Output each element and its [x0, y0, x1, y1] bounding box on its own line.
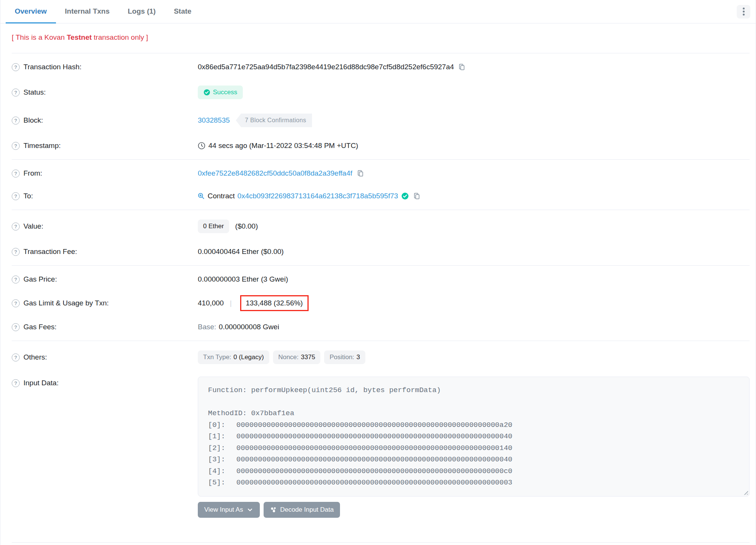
- copy-icon[interactable]: [413, 193, 420, 199]
- timestamp-value: 44 secs ago (Mar-11-2022 03:54:48 PM +UT…: [208, 142, 358, 150]
- block-number-link[interactable]: 30328535: [198, 116, 230, 125]
- badge-value: 3: [357, 353, 360, 361]
- value-label: ? Value:: [12, 222, 198, 230]
- label-text: From:: [23, 169, 42, 178]
- blank-line: [208, 396, 739, 408]
- help-icon[interactable]: ?: [12, 299, 20, 307]
- gas-price-label: ? Gas Price:: [12, 275, 198, 283]
- help-icon[interactable]: ?: [12, 89, 20, 97]
- decode-input-data-button[interactable]: Decode Input Data: [264, 502, 340, 518]
- divider: [12, 210, 750, 210]
- hex-value: 0000000000000000000000000000000000000000…: [236, 454, 512, 466]
- success-check-icon: [203, 89, 210, 96]
- resize-handle[interactable]: [743, 490, 748, 495]
- row-gas-price: ? Gas Price: 0.000000003 Ether (3 Gwei): [12, 268, 750, 291]
- tab-internal-txns[interactable]: Internal Txns: [56, 0, 119, 23]
- block-label: ? Block:: [12, 116, 198, 125]
- notice-prefix: [ This is a Kovan: [12, 33, 67, 41]
- hex-value: 0000000000000000000000000000000000000000…: [236, 466, 512, 477]
- help-icon[interactable]: ?: [12, 353, 20, 361]
- copy-icon[interactable]: [357, 170, 364, 177]
- hex-value: 0000000000000000000000000000000000000000…: [236, 419, 512, 431]
- help-icon[interactable]: ?: [12, 223, 20, 230]
- label-text: Transaction Hash:: [23, 63, 81, 71]
- more-options-button[interactable]: [737, 5, 750, 19]
- chevron-down-icon: [247, 506, 253, 513]
- tab-logs[interactable]: Logs (1): [119, 0, 165, 23]
- label-text: Value:: [23, 222, 43, 230]
- button-label: View Input As: [204, 506, 243, 514]
- bottom-divider: [12, 542, 750, 543]
- help-icon[interactable]: ?: [12, 117, 20, 125]
- status-label: ? Status:: [12, 88, 198, 97]
- badge-key: Position:: [329, 353, 354, 361]
- gas-separator: |: [230, 299, 232, 307]
- help-icon[interactable]: ?: [12, 63, 20, 71]
- magnifier-plus-icon[interactable]: [198, 193, 205, 199]
- hex-value: 0000000000000000000000000000000000000000…: [236, 442, 512, 454]
- gas-fees-label: ? Gas Fees:: [12, 323, 198, 331]
- divider: [12, 341, 750, 341]
- row-gas-fees: ? Gas Fees: Base: 0.000000008 Gwei: [12, 316, 750, 338]
- hex-index: [3]:: [208, 454, 236, 466]
- label-text: Others:: [23, 353, 47, 361]
- usd-value: ($0.00): [235, 222, 258, 230]
- overview-panel: [ This is a Kovan Testnet transaction on…: [0, 23, 756, 543]
- label-text: Input Data:: [23, 379, 59, 387]
- hex-index: [0]:: [208, 419, 236, 431]
- to-contract-address-link[interactable]: 0x4cb093f226983713164a62138c3f718a5b595f…: [238, 192, 398, 200]
- help-icon[interactable]: ?: [12, 248, 20, 256]
- label-text: Block:: [23, 116, 43, 125]
- from-address-link[interactable]: 0xfee7522e8482682cf50ddc50a0f8da2a39effa…: [198, 169, 352, 178]
- help-icon[interactable]: ?: [12, 192, 20, 200]
- input-hex-line: [0]: 00000000000000000000000000000000000…: [208, 419, 739, 431]
- gas-limit-label: ? Gas Limit & Usage by Txn:: [12, 299, 198, 307]
- tab-overview[interactable]: Overview: [6, 0, 56, 23]
- timestamp-label: ? Timestamp:: [12, 142, 198, 150]
- row-block: ? Block: 30328535 7 Block Confirmations: [12, 106, 750, 134]
- badge-value: 3375: [301, 353, 315, 361]
- status-text: Success: [213, 89, 237, 96]
- input-hex-line: [4]: 00000000000000000000000000000000000…: [208, 466, 739, 477]
- help-icon[interactable]: ?: [12, 379, 20, 387]
- testnet-notice: [ This is a Kovan Testnet transaction on…: [12, 23, 750, 51]
- transaction-hash-label: ? Transaction Hash:: [12, 63, 198, 71]
- txn-type-badge: Txn Type: 0 (Legacy): [198, 350, 269, 364]
- base-fee-key: Base:: [198, 323, 216, 331]
- copy-icon[interactable]: [458, 64, 465, 70]
- position-badge: Position: 3: [324, 350, 365, 364]
- label-text: Status:: [23, 88, 46, 97]
- row-timestamp: ? Timestamp: 44 secs ago (Mar-11-2022 03…: [12, 134, 750, 157]
- verified-check-icon: [401, 192, 409, 200]
- row-input-data: ? Input Data: Function: performUpkeep(ui…: [12, 371, 750, 532]
- row-transaction-fee: ? Transaction Fee: 0.000400464 Ether ($0…: [12, 240, 750, 263]
- clock-icon: [198, 142, 205, 149]
- input-hex-line: [2]: 00000000000000000000000000000000000…: [208, 442, 739, 454]
- row-from: ? From: 0xfee7522e8482682cf50ddc50a0f8da…: [12, 162, 750, 185]
- help-icon[interactable]: ?: [12, 170, 20, 178]
- button-label: Decode Input Data: [280, 506, 334, 514]
- row-status: ? Status: Success: [12, 78, 750, 106]
- divider: [12, 53, 750, 53]
- help-icon[interactable]: ?: [12, 323, 20, 331]
- label-text: Gas Fees:: [23, 323, 57, 331]
- help-icon[interactable]: ?: [12, 276, 20, 283]
- row-to: ? To: Contract 0x4cb093f226983713164a621…: [12, 185, 750, 207]
- view-input-as-button[interactable]: View Input As: [198, 502, 260, 518]
- transaction-fee-value: 0.000400464 Ether ($0.00): [198, 248, 284, 256]
- tab-state[interactable]: State: [165, 0, 200, 23]
- gas-usage-value: 133,488 (32.56%): [246, 299, 303, 307]
- hex-index: [1]:: [208, 431, 236, 442]
- decode-icon: [270, 506, 277, 513]
- input-data-textarea[interactable]: Function: performUpkeep(uint256 id, byte…: [198, 377, 750, 497]
- transaction-hash-value: 0x86ed5a771e725aa94d5b7fa2398e4419e216d8…: [198, 63, 454, 71]
- divider: [12, 159, 750, 160]
- hex-index: [4]:: [208, 466, 236, 477]
- transaction-fee-label: ? Transaction Fee:: [12, 248, 198, 256]
- row-others: ? Others: Txn Type: 0 (Legacy) Nonce: 33…: [12, 343, 750, 371]
- help-icon[interactable]: ?: [12, 142, 20, 150]
- to-label: ? To:: [12, 192, 198, 200]
- notice-suffix: transaction only ]: [92, 33, 148, 41]
- label-text: To:: [23, 192, 33, 200]
- badge-key: Nonce:: [278, 353, 299, 361]
